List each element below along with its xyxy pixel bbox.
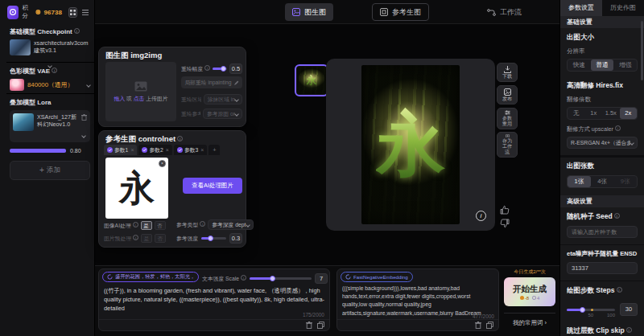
cfg-scale-value[interactable]: 7 bbox=[315, 273, 328, 284]
resolution-enhanced[interactable]: 增强 bbox=[613, 59, 637, 71]
favorite-prompts-link[interactable]: 我的常用词 › bbox=[504, 319, 555, 327]
save-workflow-button[interactable]: 存为工作流 bbox=[497, 132, 518, 158]
timer-icon bbox=[532, 296, 536, 300]
resolution-normal[interactable]: 普通 bbox=[591, 59, 614, 71]
denoise-slider[interactable] bbox=[213, 68, 227, 70]
ai-process-label: 图像AI处理 bbox=[104, 222, 138, 230]
sidebar-top-row: 积分 96738 bbox=[0, 0, 94, 24]
count-9[interactable]: 9张 bbox=[613, 176, 637, 187]
count-1[interactable]: 1张 bbox=[568, 176, 591, 187]
vae-value: 840000（通用） bbox=[27, 80, 84, 89]
denoise-value[interactable]: 0.5 bbox=[229, 64, 242, 74]
chevron-down-icon[interactable] bbox=[81, 133, 86, 138]
nav-tab-img2img[interactable]: 图生图 bbox=[285, 3, 333, 21]
ai-process-yes[interactable]: 是 bbox=[141, 221, 152, 230]
upload-drag-label: 拖入 bbox=[114, 96, 126, 101]
close-icon[interactable]: × bbox=[166, 147, 169, 153]
nav-tab-label: 参考生图 bbox=[392, 7, 421, 18]
ref-strength-slider[interactable] bbox=[201, 237, 226, 240]
image-info-button[interactable]: i bbox=[476, 211, 486, 221]
tab-params[interactable]: 参数设置 bbox=[560, 0, 602, 16]
generated-image[interactable]: 永 bbox=[361, 65, 460, 224]
nav-tab-workflow[interactable]: 工作流 bbox=[480, 3, 529, 21]
refresh-icon bbox=[107, 274, 113, 280]
checkpoint-selector[interactable]: xsarchitecturalv3com建筑v3.1 bbox=[10, 39, 90, 55]
nav-tab-ref-gen[interactable]: 参考生图 bbox=[372, 3, 429, 21]
view-processed-label: 查看AI处理图片 bbox=[192, 182, 233, 190]
controlnet-tab-add[interactable]: + bbox=[208, 145, 220, 155]
preview-card: 永 i bbox=[326, 59, 495, 231]
positive-prompt-text[interactable]: ((竹子)), in a blooming garden, (fresh and… bbox=[104, 286, 326, 317]
result-thumbnail-selected[interactable]: 永 bbox=[295, 64, 328, 96]
checkpoint-name: xsarchitecturalv3com建筑v3.1 bbox=[34, 39, 90, 54]
inpaint-label: 局部重绘 inpainting bbox=[184, 79, 231, 87]
publish-button[interactable]: 发布 bbox=[497, 85, 518, 104]
positive-prompt-box: 盛开的花园，轻发，鲜艳，太阳光，肖像，杰作，最佳质量 文本强度 Scale 7 … bbox=[98, 268, 330, 331]
copy-icon[interactable] bbox=[486, 322, 493, 329]
trash-icon[interactable] bbox=[81, 114, 87, 121]
steps-value[interactable]: 30 bbox=[620, 303, 638, 316]
view-processed-button[interactable]: 查看AI处理图片 bbox=[183, 178, 242, 194]
checkpoint-section-title: 基础模型 Checkpoint bbox=[10, 27, 90, 36]
factor-none[interactable]: 无 bbox=[568, 108, 585, 119]
ai-process-no[interactable]: 否 bbox=[155, 221, 166, 230]
ref-strength-value[interactable]: 0.3 bbox=[229, 233, 242, 244]
inpaint-button[interactable]: 局部重绘 inpainting bbox=[181, 76, 242, 88]
clip-skip-label: 跳过层数 Clip skip bbox=[567, 326, 638, 336]
grid-view-button[interactable] bbox=[68, 7, 77, 18]
app-logo[interactable] bbox=[7, 6, 19, 19]
resolution-fast[interactable]: 快速 bbox=[568, 59, 591, 71]
trash-icon[interactable] bbox=[306, 322, 312, 329]
image-settings-icon[interactable]: × bbox=[159, 160, 166, 167]
steps-slider[interactable] bbox=[567, 309, 615, 311]
generate-button[interactable]: 开始生成 -8 4 bbox=[504, 277, 555, 306]
factor-1-5x[interactable]: 1.5x bbox=[602, 108, 620, 119]
controlnet-tab-3[interactable]: 参数3× bbox=[174, 145, 207, 155]
vae-selector[interactable]: 840000（通用） bbox=[10, 79, 90, 91]
copy-icon[interactable] bbox=[317, 322, 324, 329]
add-lora-button[interactable]: + 添加 bbox=[10, 161, 90, 180]
lora-weight-slider[interactable] bbox=[10, 149, 66, 153]
controlnet-reference-image[interactable]: 永 × bbox=[105, 158, 168, 219]
info-icon bbox=[204, 65, 210, 71]
generated-glyph: 永 bbox=[376, 98, 445, 192]
controlnet-tab-1[interactable]: 参数1× bbox=[104, 145, 137, 155]
sidebar-scrollbar[interactable] bbox=[641, 21, 643, 80]
inpaint-region-select[interactable]: 涂抹区域 in bbox=[204, 94, 242, 104]
factor-1x[interactable]: 1x bbox=[585, 108, 603, 119]
info-icon bbox=[133, 222, 138, 227]
preprocess-yes[interactable]: 是 bbox=[141, 234, 152, 243]
upscaler-select[interactable]: R-ESRGAN 4x+（适合多种风 bbox=[567, 137, 638, 149]
output-size-title: 出图大小 bbox=[567, 33, 638, 43]
info-icon bbox=[133, 235, 138, 240]
close-icon[interactable]: × bbox=[130, 147, 134, 153]
ref-type-value: 参考深度 dept bbox=[212, 221, 246, 229]
download-button[interactable]: 下载 bbox=[497, 63, 518, 82]
preprocess-no[interactable]: 否 bbox=[155, 234, 166, 243]
cfg-scale-slider[interactable] bbox=[250, 277, 312, 280]
lora-card[interactable]: XSArchi_127新科幻Neov1.0 bbox=[10, 110, 90, 142]
negative-embedding-chip[interactable]: FastNegativeEmbedding bbox=[341, 272, 413, 282]
credits-label: 积分 bbox=[22, 4, 32, 20]
plus-icon: + bbox=[39, 166, 44, 174]
thumbs-down-icon[interactable] bbox=[500, 219, 510, 228]
ensd-input[interactable] bbox=[567, 262, 638, 274]
translation-chip[interactable]: 盛开的花园，轻发，鲜艳，太阳光，肖像，杰作，最佳质量 bbox=[102, 272, 199, 282]
trash-icon[interactable] bbox=[475, 322, 481, 329]
factor-2x[interactable]: 2x bbox=[620, 108, 638, 119]
reuse-params-button[interactable]: 参数重用 bbox=[497, 108, 518, 129]
count-4[interactable]: 4张 bbox=[591, 176, 614, 187]
list-view-button[interactable] bbox=[80, 7, 89, 18]
close-icon[interactable]: × bbox=[200, 147, 204, 153]
seed-input[interactable] bbox=[567, 226, 638, 238]
inpaint-ref-select[interactable]: 参考原图 or bbox=[203, 109, 242, 119]
resolution-label: 分辨率 bbox=[567, 47, 638, 55]
pencil-icon bbox=[234, 80, 239, 85]
controlnet-tab-2[interactable]: 参数2× bbox=[138, 145, 171, 155]
upload-dropzone[interactable]: 拖入 或 点击 上传图片 bbox=[105, 62, 176, 121]
tab-history[interactable]: 历史作图 bbox=[602, 0, 644, 16]
ref-type-select[interactable]: 参考深度 dept bbox=[208, 219, 253, 230]
thumbs-up-icon[interactable] bbox=[500, 205, 510, 215]
upload-click-label: 点击 bbox=[134, 96, 145, 101]
coin-icon bbox=[35, 9, 41, 15]
